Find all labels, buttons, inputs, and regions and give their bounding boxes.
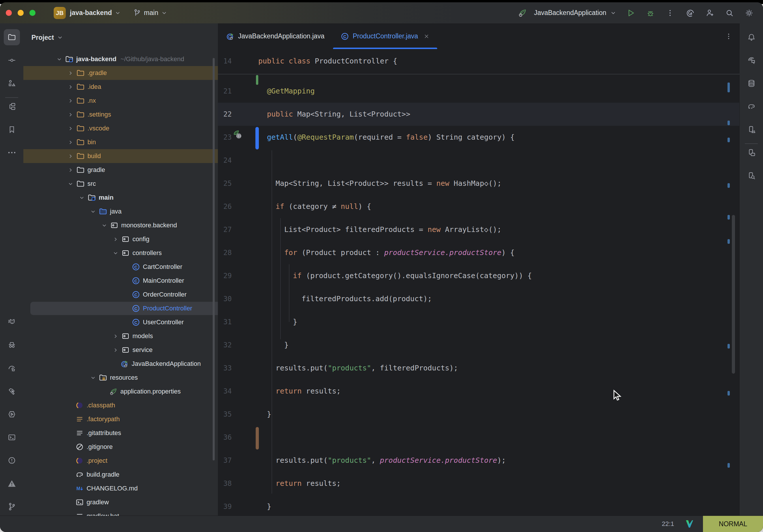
analysis-stripe-mark[interactable] <box>727 138 730 142</box>
run-config-chevron-icon[interactable] <box>610 10 616 16</box>
code-line-27[interactable]: 27List<Product> filteredProducts = new A… <box>218 218 740 241</box>
code-line-30[interactable]: 30filteredProducts.add(product); <box>218 287 740 310</box>
branch-name[interactable]: main <box>144 9 159 17</box>
analysis-stripe-mark[interactable] <box>727 215 730 220</box>
code-line-31[interactable]: 31} <box>218 310 740 334</box>
chevron-down-icon[interactable] <box>110 250 121 256</box>
commit-icon[interactable] <box>4 52 20 68</box>
incognito-icon[interactable] <box>4 337 20 353</box>
minimize-window-button[interactable] <box>18 10 24 16</box>
analysis-stripe-mark[interactable] <box>727 82 730 92</box>
code-line-39[interactable]: 39} <box>218 495 740 518</box>
structure-icon[interactable] <box>4 75 20 91</box>
endpoint-globe-icon[interactable] <box>233 130 243 140</box>
code-line-32[interactable]: 32} <box>218 334 740 357</box>
editor-area[interactable]: JavaBackendApplication.javaCProductContr… <box>218 23 740 516</box>
tree-item-application-properties[interactable]: application.properties <box>23 384 218 398</box>
tree-item-java-backend[interactable]: java-backend~/Github/java-backend <box>23 52 218 66</box>
chevron-down-icon[interactable] <box>87 375 99 381</box>
tree-item--gitattributes[interactable]: .gitattributes <box>23 426 218 440</box>
code-line-29[interactable]: 29if (product.getCategory().equalsIgnore… <box>218 264 740 287</box>
code-line-28[interactable]: 28for (Product product : productService.… <box>218 241 740 264</box>
code-line-37[interactable]: 37results.put("products", productService… <box>218 449 740 472</box>
chevron-down-icon[interactable] <box>87 209 99 215</box>
git-branch-icon[interactable] <box>4 498 20 515</box>
tree-item--idea[interactable]: .idea <box>23 80 218 94</box>
tree-item-main[interactable]: main <box>23 191 218 205</box>
settings-gear-icon[interactable] <box>743 7 755 19</box>
tree-item--gradle[interactable]: .gradle <box>23 66 218 80</box>
tree-item-config[interactable]: config <box>23 232 218 246</box>
run-play-icon[interactable] <box>624 7 637 19</box>
bookmark-icon[interactable] <box>4 122 20 138</box>
search-icon[interactable] <box>723 7 736 19</box>
tree-item-java[interactable]: java <box>23 205 218 218</box>
tree-item-build-gradle[interactable]: build.gradle <box>23 468 218 481</box>
build-hammer-icon[interactable] <box>4 383 20 399</box>
tree-item--nx[interactable]: .nx <box>23 94 218 108</box>
tree-item--settings[interactable]: .settings <box>23 108 218 122</box>
chevron-down-icon[interactable] <box>76 195 87 201</box>
chevron-down-icon[interactable] <box>65 181 76 187</box>
chevron-down-icon[interactable] <box>98 222 110 229</box>
close-icon[interactable] <box>423 33 430 40</box>
device-android-icon[interactable] <box>743 122 760 138</box>
add-user-icon[interactable] <box>704 7 716 19</box>
project-folder-icon[interactable] <box>4 29 20 45</box>
tree-item-build[interactable]: build <box>23 149 218 163</box>
tree-item-ordercontroller[interactable]: COrderController <box>23 288 218 301</box>
run-configuration-name[interactable]: JavaBackendApplication <box>534 9 606 17</box>
ai-chat-icon[interactable] <box>743 52 760 68</box>
analysis-stripe-mark[interactable] <box>727 391 730 395</box>
vim-mode-badge[interactable]: NORMAL <box>703 516 763 532</box>
chevron-down-icon[interactable] <box>54 56 65 62</box>
more-ellipsis-icon[interactable] <box>4 145 20 161</box>
line-column-indicator[interactable]: 22:1 <box>662 520 674 528</box>
services-icon[interactable] <box>4 406 20 422</box>
tab-javabackendapplication-java[interactable]: JavaBackendApplication.java <box>218 23 332 49</box>
notifications-bell-icon[interactable] <box>743 29 760 45</box>
chevron-right-icon[interactable] <box>65 84 76 90</box>
code-line-22[interactable]: 22public Map<String, List<Product>> <box>218 103 740 126</box>
terminal-icon[interactable] <box>4 429 20 446</box>
profiler-icon[interactable] <box>4 360 20 376</box>
tree-item-service[interactable]: service <box>23 343 218 357</box>
code-line-24[interactable]: 24 <box>218 149 740 172</box>
database-icon[interactable] <box>743 75 760 91</box>
tree-item-productcontroller[interactable]: CProductController <box>23 301 218 315</box>
tree-item-gradle[interactable]: gradle <box>23 163 218 177</box>
debug-bug-icon[interactable] <box>644 7 657 19</box>
code-line-23[interactable]: 23getAll(@RequestParam(required = false)… <box>218 126 740 149</box>
tree-item-resources[interactable]: resources <box>23 371 218 384</box>
code-line-36[interactable]: 36 <box>218 426 740 449</box>
analysis-stripe-mark[interactable] <box>727 463 730 468</box>
chevron-right-icon[interactable] <box>65 139 76 146</box>
tree-item-monostore-backend[interactable]: monostore.backend <box>23 218 218 232</box>
code-line-25[interactable]: 25Map<String, List<Product>> results = n… <box>218 172 740 195</box>
gradle-icon[interactable] <box>743 98 760 115</box>
tree-item--project[interactable]: .project <box>23 454 218 468</box>
tree-item-gradlew-bat[interactable]: gradlew.bat <box>23 509 218 516</box>
running-devices-icon[interactable] <box>743 145 760 161</box>
code-line-21[interactable]: 21@GetMapping <box>218 80 740 103</box>
analysis-stripe-mark[interactable] <box>727 121 730 125</box>
tree-item-changelog-md[interactable]: MCHANGELOG.md <box>23 481 218 495</box>
code-line-38[interactable]: 38return results; <box>218 472 740 495</box>
project-name[interactable]: java-backend <box>70 9 112 17</box>
tree-item-controllers[interactable]: controllers <box>23 246 218 260</box>
code-line-33[interactable]: 33results.put("products", filteredProduc… <box>218 357 740 380</box>
tree-item-maincontroller[interactable]: CMainController <box>23 274 218 288</box>
tree-item-usercontroller[interactable]: CUserController <box>23 315 218 329</box>
tab-productcontroller-java[interactable]: CProductController.java <box>332 23 437 49</box>
more-kebab-icon[interactable] <box>664 7 676 19</box>
tree-scrollbar[interactable] <box>213 58 215 461</box>
tree-item--vscode[interactable]: .vscode <box>23 122 218 135</box>
chevron-right-icon[interactable] <box>110 333 121 339</box>
project-chevron-icon[interactable] <box>115 10 121 16</box>
warning-icon[interactable] <box>4 476 20 491</box>
analysis-stripe-mark[interactable] <box>727 344 730 349</box>
sticky-line[interactable]: 14 public class ProductController { <box>218 49 740 74</box>
close-window-button[interactable] <box>6 10 12 16</box>
chevron-right-icon[interactable] <box>65 153 76 159</box>
code-line-35[interactable]: 35} <box>218 403 740 426</box>
